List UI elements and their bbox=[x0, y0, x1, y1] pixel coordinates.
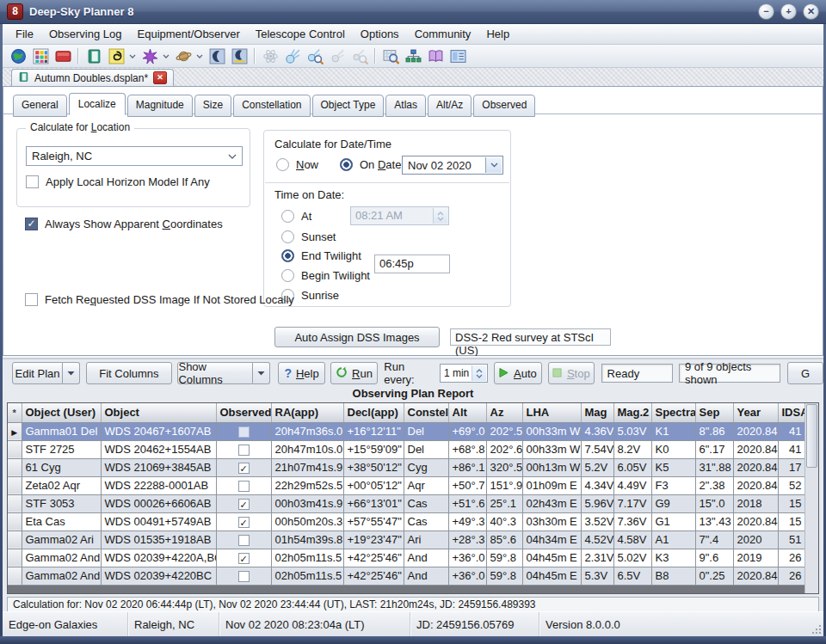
table-cell[interactable]: 2020 bbox=[733, 531, 778, 549]
now-radio[interactable] bbox=[276, 158, 289, 171]
menu-item-observing-log[interactable]: Observing Log bbox=[41, 25, 130, 43]
begin-twilight-radio[interactable] bbox=[281, 269, 294, 282]
row-selector[interactable] bbox=[8, 476, 22, 494]
menu-item-file[interactable]: File bbox=[8, 25, 41, 43]
table-cell[interactable]: 4.36V bbox=[581, 422, 613, 440]
maximize-button[interactable]: + bbox=[780, 3, 797, 20]
table-cell[interactable]: 15 bbox=[778, 512, 805, 531]
title-bar[interactable]: 8 Deep-Sky Planner 8 − + ✕ bbox=[0, 0, 826, 24]
table-cell[interactable]: +15°59'09" bbox=[343, 440, 404, 458]
table-row[interactable]: Zeta02 AqrWDS 22288-0001AB22h29m52s.5+00… bbox=[8, 476, 805, 494]
column-header-spectral[interactable]: Spectral bbox=[651, 403, 695, 422]
table-cell[interactable]: K0 bbox=[651, 440, 695, 458]
interval-spinner-buttons[interactable] bbox=[472, 365, 486, 381]
show-columns-dropdown[interactable] bbox=[253, 362, 270, 384]
table-cell[interactable]: WDS 02039+4220BC bbox=[101, 567, 216, 585]
table-cell[interactable]: 01h09m E bbox=[522, 476, 581, 494]
tab-object-type[interactable]: Object Type bbox=[312, 95, 385, 117]
row-selector[interactable] bbox=[8, 458, 22, 476]
table-cell[interactable]: 52 bbox=[778, 476, 805, 494]
table-cell[interactable]: 00h33m W bbox=[522, 440, 581, 458]
row-selector[interactable]: ▶ bbox=[8, 422, 22, 440]
table-cell[interactable]: 22h29m52s.5 bbox=[271, 476, 343, 494]
table-cell[interactable]: WDS 02039+4220A,BC bbox=[101, 549, 216, 567]
table-cell[interactable]: 25°.1 bbox=[486, 494, 522, 512]
table-cell[interactable]: 01h54m39s.8 bbox=[271, 531, 343, 549]
menu-item-help[interactable]: Help bbox=[478, 25, 517, 43]
table-cell[interactable]: WDS 21069+3845AB bbox=[101, 458, 216, 476]
table-cell[interactable]: Del bbox=[404, 422, 448, 440]
end-twilight-radio[interactable] bbox=[281, 249, 294, 262]
table-cell[interactable]: +68°.8 bbox=[448, 440, 486, 458]
apparent-coordinates-checkbox[interactable]: ✓ bbox=[25, 218, 38, 230]
location-select[interactable]: Raleigh, NC bbox=[26, 146, 243, 166]
table-cell[interactable]: 6.05V bbox=[613, 458, 651, 476]
tab-size[interactable]: Size bbox=[194, 95, 231, 117]
observed-checkbox[interactable] bbox=[238, 445, 250, 456]
tab-observed[interactable]: Observed bbox=[473, 95, 535, 117]
table-cell[interactable]: 2018 bbox=[733, 494, 778, 512]
table-cell[interactable]: 13".43 bbox=[695, 512, 733, 531]
table-row[interactable]: Gamma02 AndWDS 02039+4220BC02h05m11s.5+4… bbox=[8, 567, 805, 585]
date-dropdown-button[interactable] bbox=[485, 157, 502, 173]
at-radio-row[interactable]: At bbox=[281, 210, 311, 223]
table-cell[interactable]: 02h05m11s.5 bbox=[271, 567, 343, 585]
table-cell[interactable]: 7".4 bbox=[695, 531, 733, 549]
table-cell[interactable]: WDS 20467+1607AB bbox=[101, 422, 216, 440]
observed-cell[interactable]: ✓ bbox=[216, 458, 271, 476]
hierarchy-icon[interactable] bbox=[402, 46, 424, 66]
table-cell[interactable]: 202°.6 bbox=[486, 440, 522, 458]
table-cell[interactable]: 5.3V bbox=[581, 567, 613, 585]
table-cell[interactable]: 2".38 bbox=[695, 476, 733, 494]
table-cell[interactable]: 04h45m E bbox=[522, 549, 581, 567]
apparent-coordinates-checkbox-row[interactable]: ✓ Always Show Apparent Coordinates bbox=[25, 218, 223, 230]
table-cell[interactable]: 00h03m41s.9 bbox=[271, 494, 343, 512]
horizon-model-checkbox-row[interactable]: Apply Local Horizon Model If Any bbox=[26, 175, 210, 188]
table-cell[interactable]: 41 bbox=[778, 440, 805, 458]
table-cell[interactable]: 02h05m11s.5 bbox=[271, 549, 343, 567]
column-header-object[interactable]: Object bbox=[101, 403, 216, 422]
table-cell[interactable]: K5 bbox=[651, 458, 695, 476]
row-selector[interactable] bbox=[8, 567, 22, 585]
resize-grip-icon[interactable] bbox=[811, 624, 822, 635]
table-cell[interactable]: 202°.5 bbox=[486, 422, 522, 440]
row-selector[interactable] bbox=[8, 440, 22, 458]
table-cell[interactable]: +86°.1 bbox=[448, 458, 486, 476]
observed-checkbox[interactable] bbox=[238, 426, 250, 438]
table-cell[interactable]: A1 bbox=[651, 531, 695, 549]
galaxy-dropdown-icon[interactable] bbox=[127, 54, 137, 58]
table-cell[interactable]: Zeta02 Aqr bbox=[22, 476, 101, 494]
table-cell[interactable]: 00h13m W bbox=[522, 458, 581, 476]
table-cell[interactable]: 61 Cyg bbox=[22, 458, 101, 476]
table-cell[interactable]: 41 bbox=[778, 422, 805, 440]
table-cell[interactable]: 04h45m E bbox=[522, 567, 581, 585]
table-cell[interactable]: +51°.6 bbox=[448, 494, 486, 512]
table-cell[interactable]: 59°.8 bbox=[486, 567, 522, 585]
table-cell[interactable]: +42°25'46" bbox=[343, 549, 404, 567]
tab-localize[interactable]: Localize bbox=[69, 93, 126, 115]
edit-plan-button[interactable]: Edit Plan bbox=[12, 362, 63, 384]
tab-general[interactable]: General bbox=[13, 95, 67, 117]
vertical-scrollbar[interactable] bbox=[804, 403, 818, 593]
observed-cell[interactable]: ✓ bbox=[216, 549, 271, 567]
report-view-icon[interactable] bbox=[447, 46, 469, 66]
column-header-az[interactable]: Az bbox=[486, 403, 522, 422]
fit-columns-button[interactable]: Fit Columns bbox=[86, 362, 172, 384]
map-search-icon[interactable] bbox=[379, 46, 402, 66]
tab-atlas[interactable]: Atlas bbox=[385, 95, 426, 117]
observed-checkbox[interactable]: ✓ bbox=[238, 553, 250, 564]
table-cell[interactable]: Gamma02 And bbox=[22, 549, 101, 567]
table-row[interactable]: Gamma02 AndWDS 02039+4220A,BC✓02h05m11s.… bbox=[8, 549, 805, 567]
table-cell[interactable]: Ari bbox=[404, 531, 448, 549]
menu-item-telescope-control[interactable]: Telescope Control bbox=[248, 25, 353, 43]
table-cell[interactable]: And bbox=[404, 567, 448, 585]
observed-checkbox[interactable] bbox=[238, 571, 250, 582]
table-cell[interactable]: 20h47m36s.0 bbox=[271, 422, 343, 440]
table-cell[interactable]: B8 bbox=[651, 567, 695, 585]
table-cell[interactable]: +28°.3 bbox=[448, 531, 486, 549]
observed-cell[interactable] bbox=[216, 476, 271, 494]
star-icon[interactable] bbox=[139, 46, 161, 66]
table-cell[interactable]: 26 bbox=[778, 549, 805, 567]
table-cell[interactable]: 2020.84 bbox=[733, 512, 778, 531]
table-cell[interactable]: +19°23'47" bbox=[343, 531, 404, 549]
